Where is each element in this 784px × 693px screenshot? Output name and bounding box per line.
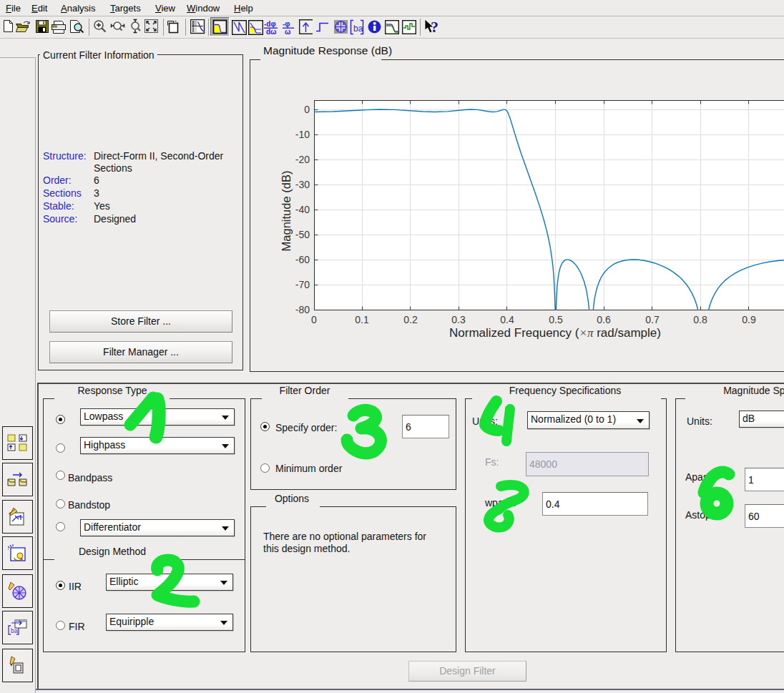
svg-text:dω: dω bbox=[266, 28, 277, 35]
svg-text:-dφ: -dφ bbox=[264, 20, 276, 28]
svg-text:ba: ba bbox=[353, 24, 363, 34]
svg-text:?: ? bbox=[431, 19, 438, 36]
svg-text:ω: ω bbox=[285, 28, 291, 35]
svg-text:-φ: -φ bbox=[283, 20, 290, 28]
